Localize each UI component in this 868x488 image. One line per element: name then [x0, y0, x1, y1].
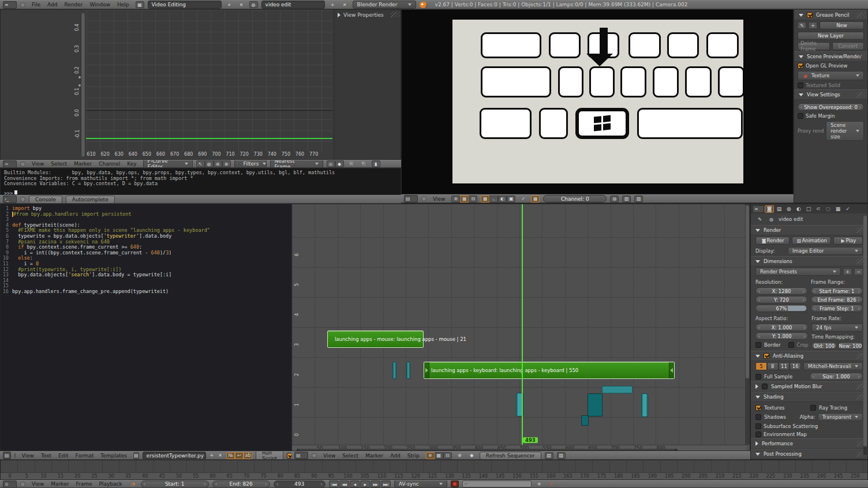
panel-collapse-icon[interactable] — [799, 55, 803, 58]
safe-margin-checkbox[interactable] — [798, 113, 803, 119]
delete-frame-button[interactable]: Delete Frame — [798, 42, 830, 50]
header-collapse-icon[interactable] — [20, 482, 25, 487]
add-layout-icon[interactable]: + — [225, 1, 234, 8]
menu-file[interactable]: File — [29, 1, 43, 8]
syntax-highlight-toggle-icon[interactable]: ab — [244, 452, 252, 459]
textured-solid-checkbox[interactable] — [798, 82, 803, 88]
keying-set-field[interactable]: ⌐ — [462, 481, 532, 487]
resolution-y-field[interactable]: Y: 720 — [755, 296, 807, 303]
show-selected-icon[interactable]: ↖ — [196, 160, 205, 167]
menu-add[interactable]: Add — [387, 452, 403, 459]
header-collapse-icon[interactable] — [20, 197, 25, 202]
text-datablock-icon[interactable]: ▤ — [133, 452, 139, 459]
lock-icon[interactable]: ▮ — [372, 160, 380, 167]
strip-clip-4[interactable] — [581, 415, 589, 426]
dimensions-panel-title[interactable]: Dimensions — [764, 258, 792, 264]
start-frame-field[interactable]: Start: 1 — [141, 481, 209, 488]
strip-fx-b[interactable] — [406, 362, 410, 379]
refresh-sequencer-button[interactable]: Refresh Sequencer — [480, 452, 541, 460]
pivot-icon[interactable]: ◆ — [335, 160, 344, 167]
pencil-icon[interactable]: ✎ — [798, 22, 806, 29]
scene-icon[interactable]: ◍ — [249, 1, 258, 8]
show-overexposed-slider[interactable]: Show Overexposed: 0 — [798, 103, 864, 111]
sss-checkbox[interactable] — [755, 423, 761, 429]
strip-clip-3[interactable] — [602, 386, 633, 393]
view-both-icon[interactable]: ⊟ — [469, 196, 477, 202]
header-collapse-icon[interactable] — [312, 453, 317, 458]
aa-samples-11[interactable]: 11 — [779, 362, 790, 370]
new-clip-icon[interactable]: ▧ — [622, 196, 631, 202]
display-image-icon[interactable]: ▦ — [481, 196, 489, 202]
menu-marker[interactable]: Marker — [48, 481, 72, 487]
channel-number-field[interactable]: Channel: 0 — [543, 195, 607, 202]
clock-icon[interactable]: ◔ — [129, 481, 137, 487]
shadows-checkbox[interactable] — [755, 414, 761, 420]
menu-format[interactable]: Format — [73, 452, 97, 459]
border-checkbox[interactable] — [755, 342, 761, 348]
view-both-icon[interactable]: ⊟ — [443, 452, 452, 459]
display-histogram-icon[interactable]: ▣ — [507, 196, 515, 202]
editor-type-sequencer-icon[interactable]: ▤ — [294, 452, 308, 459]
menu-channel[interactable]: Channel — [96, 160, 123, 167]
jump-start-button[interactable]: |◀◀ — [329, 481, 339, 487]
play-button[interactable]: ▶Play — [833, 237, 863, 245]
register-checkbox[interactable] — [287, 453, 291, 459]
texture-mode-select[interactable]: ◕Texture — [798, 71, 864, 80]
normalize-icon[interactable]: ⊛ — [214, 160, 222, 167]
add-icon[interactable]: + — [809, 22, 817, 29]
aspect-y-field[interactable]: Y: 1.000 — [755, 332, 808, 340]
sequencer-v-scrollbar[interactable] — [745, 204, 750, 445]
strip-handle-left[interactable] — [424, 362, 429, 378]
text-editor[interactable]: 1import bpy2#from bpy.app.handlers impor… — [0, 204, 291, 451]
view-sequence-icon[interactable]: ≋ — [426, 452, 435, 459]
aspect-x-field[interactable]: X: 1.000 — [755, 324, 808, 331]
tab-render[interactable]: ◙ — [765, 205, 774, 213]
panel-collapse-icon[interactable] — [755, 260, 760, 263]
editor-type-fcurve-icon[interactable]: ≈ — [3, 160, 17, 168]
convert-button[interactable]: Convert — [832, 42, 865, 50]
strip-handle-right[interactable] — [669, 362, 674, 378]
tab-world[interactable]: ◐ — [794, 205, 803, 213]
editor-type-timeline-icon[interactable]: ⊙ — [3, 481, 17, 488]
fcurve-grid[interactable] — [86, 10, 332, 151]
add-preset-icon[interactable]: + — [843, 268, 852, 275]
run-script-button[interactable]: Run Script — [256, 451, 283, 460]
color-mode-icon[interactable]: ✓ — [519, 196, 527, 202]
panel-collapse-icon[interactable] — [799, 14, 803, 17]
editor-type-text-icon[interactable]: ▤ — [3, 452, 11, 459]
tab-physics[interactable]: ◌ — [824, 205, 833, 213]
screen-layout-field[interactable]: Video Editing — [148, 1, 222, 9]
opengl-preview-checkbox[interactable] — [798, 63, 803, 69]
menu-marker[interactable]: Marker — [362, 452, 386, 459]
strip-clip-5[interactable] — [641, 393, 648, 417]
render-button[interactable]: ◙Render — [755, 237, 790, 245]
menu-view[interactable]: View — [320, 452, 338, 459]
menu-strip[interactable]: Strip — [405, 452, 422, 459]
aa-samples-5[interactable]: 5 — [755, 362, 767, 370]
editor-type-properties-icon[interactable]: ≡ — [753, 205, 764, 213]
menu-view[interactable]: View — [430, 196, 448, 202]
ray-tracing-checkbox[interactable] — [810, 405, 816, 411]
header-collapse-icon[interactable] — [20, 162, 25, 167]
unlink-text-icon[interactable]: ✕ — [218, 452, 223, 459]
play-reverse-button[interactable]: ◀ — [350, 481, 360, 487]
menu-marker[interactable]: Marker — [71, 160, 95, 167]
tab-constraints[interactable]: ⊂ — [814, 205, 823, 213]
menu-view[interactable]: View — [29, 160, 47, 167]
grease-pencil-checkbox[interactable] — [807, 12, 813, 18]
next-keyframe-button[interactable]: ▶▶ — [371, 481, 380, 487]
menu-view[interactable]: View — [29, 481, 47, 487]
delete-keyframe-icon[interactable]: ✗ — [547, 481, 556, 487]
animation-button[interactable]: ▧Animation — [792, 237, 831, 245]
remap-new-field[interactable]: New: 100 — [838, 342, 863, 350]
zoom-border-icon[interactable]: ⊕ — [455, 452, 464, 459]
shading-panel-title[interactable]: Shading — [764, 394, 784, 400]
editor-type-info-icon[interactable]: ≡ — [3, 1, 17, 9]
tab-texture[interactable]: ▦ — [833, 205, 843, 213]
insert-keyframe-icon[interactable]: ✛ — [535, 481, 544, 487]
record-button[interactable] — [451, 481, 459, 487]
close-layout-icon[interactable]: ✕ — [237, 1, 246, 8]
view-sequence-icon[interactable]: ≋ — [451, 196, 460, 202]
render-panel-title[interactable]: Render — [764, 227, 781, 233]
copy-keyframes-icon[interactable]: ⎘ — [347, 160, 356, 167]
